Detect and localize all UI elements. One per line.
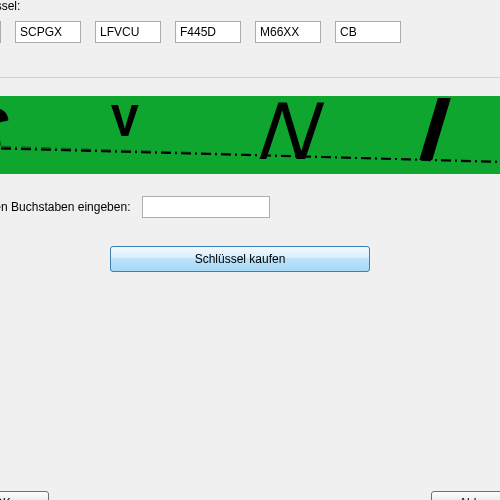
dialog-footer: OK Abbrec (0, 491, 500, 500)
cancel-button[interactable]: Abbrec (431, 491, 500, 500)
dialog-content: gsschlüssel: S V N I ier obigen Buchstab… (0, 0, 500, 284)
captcha-letter: I (416, 96, 452, 174)
captcha-input[interactable] (142, 196, 270, 218)
section-divider (0, 77, 500, 78)
captcha-letter: S (0, 96, 14, 174)
captcha-letter: V (111, 98, 137, 150)
ok-button[interactable]: OK (0, 491, 49, 500)
key-segment-6[interactable] (335, 21, 401, 43)
key-segment-4[interactable] (175, 21, 241, 43)
activation-key-label: gsschlüssel: (0, 0, 500, 13)
key-segment-1[interactable] (0, 21, 1, 43)
captcha-prompt-label: ier obigen Buchstaben eingeben: (0, 200, 130, 214)
captcha-image: S V N I (0, 96, 500, 174)
dialog-window: gsschlüssel: S V N I ier obigen Buchstab… (0, 0, 500, 500)
key-segment-3[interactable] (95, 21, 161, 43)
buy-key-button[interactable]: Schlüssel kaufen (110, 246, 370, 272)
captcha-letter: N (254, 96, 326, 174)
key-segment-5[interactable] (255, 21, 321, 43)
key-segment-2[interactable] (15, 21, 81, 43)
buy-button-row: Schlüssel kaufen (0, 246, 500, 272)
key-input-row (0, 21, 500, 43)
captcha-input-row: ier obigen Buchstaben eingeben: (0, 196, 500, 218)
